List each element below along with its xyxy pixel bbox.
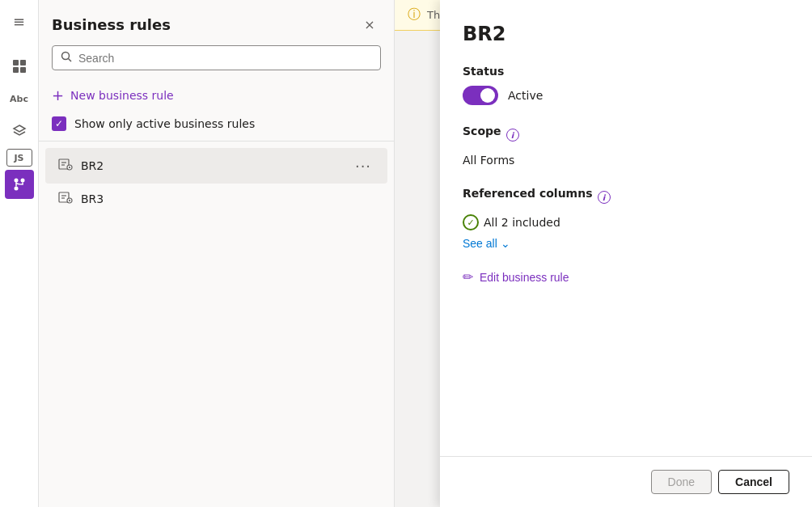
status-section: Status Active [463, 65, 789, 105]
scope-info-icon[interactable]: i [506, 129, 519, 142]
plus-icon: + [52, 87, 64, 104]
branch-icon[interactable] [5, 170, 34, 199]
status-toggle[interactable] [463, 86, 498, 105]
search-input[interactable] [78, 52, 372, 65]
rule-item-br3[interactable]: BR3 [45, 184, 387, 214]
panel-header: Business rules × [39, 0, 394, 45]
ref-col-value: All 2 included [484, 216, 560, 229]
search-box[interactable] [52, 45, 381, 70]
status-value: Active [508, 89, 543, 102]
svg-line-9 [69, 59, 72, 62]
filter-label: Show only active business rules [74, 117, 255, 130]
cancel-button[interactable]: Cancel [718, 470, 789, 494]
detail-panel: BR2 Status Active Scope i All Forms [440, 0, 812, 507]
check-circle-icon: ✓ [463, 214, 479, 230]
text-icon[interactable]: Abc [5, 84, 34, 113]
icon-sidebar: ≡ Abc JS [0, 0, 39, 507]
search-icon [61, 51, 72, 65]
js-icon[interactable]: JS [6, 149, 32, 167]
new-business-rule-button[interactable]: + New business rule [39, 80, 394, 110]
grid-icon[interactable] [5, 52, 34, 81]
scope-value: All Forms [463, 154, 514, 167]
detail-title: BR2 [463, 23, 789, 45]
rule-item-br2[interactable]: BR2 ··· [45, 148, 387, 184]
ref-columns-info-icon[interactable]: i [598, 191, 611, 204]
rule-item-left: BR2 [58, 157, 104, 175]
rule-item-left-br3: BR3 [58, 190, 104, 208]
ref-col-label-row: Referenced columns i [463, 187, 789, 208]
rule-icon-br3 [58, 190, 73, 208]
active-filter-checkbox[interactable] [52, 116, 66, 131]
ref-columns-label: Referenced columns [463, 187, 593, 200]
svg-rect-0 [13, 60, 19, 65]
rule-name-br3: BR3 [81, 192, 104, 205]
new-rule-label: New business rule [70, 89, 174, 102]
see-all-label: See all [463, 237, 497, 250]
see-all-button[interactable]: See all ⌄ [463, 237, 510, 250]
chevron-down-icon: ⌄ [501, 237, 510, 250]
svg-rect-3 [20, 67, 26, 73]
svg-point-8 [62, 53, 70, 60]
referenced-columns-section: Referenced columns i ✓ All 2 included Se… [463, 187, 789, 250]
svg-point-4 [14, 179, 18, 183]
layers-icon[interactable] [5, 116, 34, 146]
close-button[interactable]: × [358, 13, 381, 36]
rule-icon [58, 157, 73, 175]
svg-point-5 [20, 179, 24, 183]
panel-title: Business rules [52, 16, 171, 33]
toggle-row: Active [463, 86, 789, 105]
main-content: ⓘ This environment is associated with [P… [395, 0, 812, 507]
scope-label: Scope [463, 125, 501, 137]
status-label: Status [463, 65, 789, 78]
ref-col-row: ✓ All 2 included [463, 214, 789, 230]
scope-section: Scope i All Forms [463, 125, 789, 167]
pencil-icon: ✏ [463, 269, 473, 285]
hamburger-icon[interactable]: ≡ [5, 6, 34, 36]
business-rules-panel: Business rules × + New business rule Sho… [39, 0, 395, 507]
rule-list: BR2 ··· BR3 [39, 142, 394, 507]
toggle-thumb [480, 88, 495, 103]
edit-rule-label: Edit business rule [480, 271, 569, 284]
edit-business-rule-button[interactable]: ✏ Edit business rule [463, 269, 569, 285]
rule-more-menu-br2[interactable]: ··· [352, 154, 374, 177]
filter-row: Show only active business rules [39, 110, 394, 142]
detail-content: BR2 Status Active Scope i All Forms [440, 0, 812, 456]
done-button[interactable]: Done [651, 470, 712, 494]
warning-icon: ⓘ [408, 6, 421, 23]
search-container [39, 45, 394, 80]
detail-footer: Done Cancel [440, 456, 812, 507]
svg-point-6 [14, 187, 18, 191]
svg-rect-1 [20, 60, 26, 65]
svg-rect-2 [13, 67, 19, 73]
rule-name-br2: BR2 [81, 159, 104, 172]
scope-label-row: Scope i [463, 125, 789, 146]
